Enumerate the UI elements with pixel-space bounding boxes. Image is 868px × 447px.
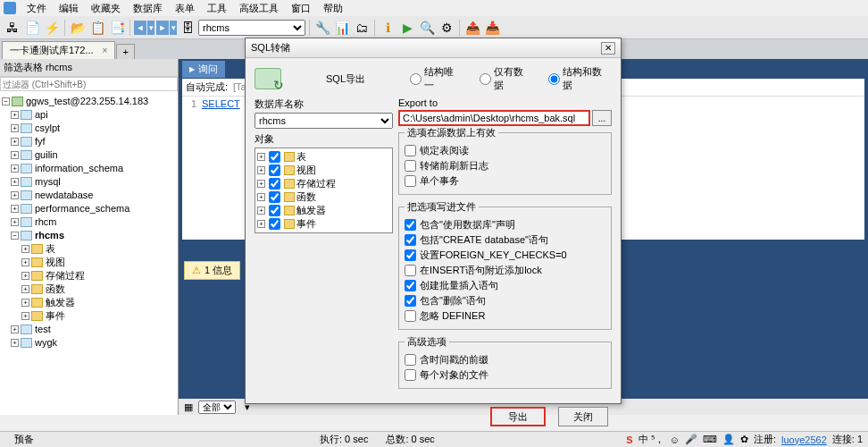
menu-help[interactable]: 帮助 <box>318 1 348 16</box>
filter-input[interactable] <box>0 77 178 91</box>
sql-keyword: SELECT <box>202 98 240 109</box>
app-icon <box>4 2 16 14</box>
close-icon[interactable]: × <box>103 46 108 55</box>
tray-sogou-icon[interactable]: S <box>626 434 632 445</box>
status-total: 总数: 0 sec <box>377 433 443 446</box>
source-options: 选项在源数据上有效 锁定表阅读 转储前刷新日志 单个事务 <box>398 126 612 195</box>
tab-query[interactable]: 询问 <box>182 61 225 78</box>
menu-advtools[interactable]: 高级工具 <box>234 1 284 16</box>
play-icon[interactable]: ▶ <box>398 19 416 37</box>
objects-tree[interactable]: +表 +视图 +存储过程 +函数 +触发器 +事件 <box>255 148 393 233</box>
status-user-link[interactable]: luoye2562 <box>781 434 827 445</box>
sql-export-label: SQL导出 <box>326 72 365 86</box>
status-reg-label: 注册: <box>754 433 776 446</box>
status-ready: 预备 <box>5 433 43 446</box>
statusbar: 预备 执行: 0 sec 总数: 0 sec S 中 ⁵， ☺ 🎤 ⌨ 👤 ✿ … <box>0 431 868 447</box>
sql-dump-dialog: SQL转储 ✕ SQL导出 结构唯一 仅有数据 结构和数据 数据库名称 rhcm… <box>245 38 622 404</box>
sidebar-title: 筛选表格 rhcms <box>0 59 178 77</box>
cfg-icon[interactable]: ⚙ <box>438 19 455 37</box>
execute-icon[interactable]: ⚡ <box>43 19 61 37</box>
open-icon[interactable]: 📂 <box>69 19 87 37</box>
collapse-icon[interactable]: − <box>2 97 10 105</box>
collapse-icon[interactable]: − <box>11 232 19 240</box>
status-conn: 连接: 1 <box>832 433 863 446</box>
menu-window[interactable]: 窗口 <box>286 1 316 16</box>
tool5-icon[interactable]: 📥 <box>483 19 501 37</box>
db-select[interactable]: rhcms <box>255 113 393 129</box>
nav-fwd[interactable]: ►▾ <box>156 21 177 35</box>
browse-button[interactable]: ... <box>592 110 612 126</box>
menu-table[interactable]: 表单 <box>170 1 200 16</box>
tool1-icon[interactable]: 🔧 <box>313 19 331 37</box>
advanced-options: 高级选项 含时间戳的前缀 每个对象的文件 <box>398 335 612 389</box>
server-icon <box>12 97 23 106</box>
tray-gear-icon[interactable]: ✿ <box>740 434 748 445</box>
tool3-icon[interactable]: 🗂 <box>353 19 371 37</box>
menu-tools[interactable]: 工具 <box>202 1 232 16</box>
db-selector[interactable]: rhcms <box>198 20 305 36</box>
folder-icon <box>284 152 295 162</box>
db-name-label: 数据库名称 <box>255 97 393 111</box>
filter-select[interactable]: 全部 <box>198 401 236 414</box>
tray-smile-icon[interactable]: ☺ <box>670 434 680 445</box>
db-icon: 🗄 <box>179 19 196 37</box>
tray-ime-text[interactable]: 中 ⁵， <box>638 433 664 446</box>
new-conn-icon[interactable]: 🖧 <box>4 19 21 37</box>
tool2-icon[interactable]: 📊 <box>333 19 351 37</box>
menubar: 文件 编辑 收藏夹 数据库 表单 工具 高级工具 窗口 帮助 <box>0 0 868 16</box>
db-tree[interactable]: −ggws_test@223.255.14.183 +api +csylpt +… <box>0 91 178 415</box>
help-icon[interactable]: ℹ <box>379 19 396 37</box>
tab-connection[interactable]: 一卡通测试库172...× <box>2 41 115 59</box>
menu-fav[interactable]: 收藏夹 <box>86 1 126 16</box>
nav-back[interactable]: ◄▾ <box>134 21 154 35</box>
status-exec: 执行: 0 sec <box>311 433 377 446</box>
dialog-titlebar[interactable]: SQL转储 ✕ <box>246 38 621 58</box>
database-icon <box>21 231 32 240</box>
sql-export-icon <box>255 68 281 89</box>
export-to-label: Export to <box>398 97 612 108</box>
menu-file[interactable]: 文件 <box>21 1 52 16</box>
copy-icon[interactable]: 📑 <box>108 19 126 37</box>
database-icon <box>21 110 32 120</box>
main-toolbar: 🖧 📄 ⚡ 📂 📋 📑 ◄▾ ►▾ 🗄 rhcms 🔧 📊 🗂 ℹ ▶ 🔍 ⚙ … <box>0 16 868 39</box>
export-button[interactable]: 导出 <box>490 407 546 426</box>
tool4-icon[interactable]: 📤 <box>463 19 481 37</box>
find-icon[interactable]: 🔍 <box>418 19 436 37</box>
objects-label: 对象 <box>255 132 393 146</box>
menu-db[interactable]: 数据库 <box>128 1 168 16</box>
radio-both[interactable]: 结构和数据 <box>548 65 612 92</box>
folder-icon <box>31 244 43 254</box>
tray-kbd-icon[interactable]: ⌨ <box>703 434 717 445</box>
export-path-input[interactable] <box>398 110 590 126</box>
new-query-icon[interactable]: 📄 <box>23 19 41 37</box>
expand-icon[interactable]: + <box>11 111 19 119</box>
grid-icon[interactable]: ▦ <box>184 401 193 413</box>
file-options: 把选项写进文件 包含"使用数据库"声明 包括"CREATE database"语… <box>398 200 612 330</box>
radio-data[interactable]: 仅有数据 <box>480 65 533 92</box>
export-mode-radios: 结构唯一 仅有数据 结构和数据 <box>410 65 612 92</box>
tab-add[interactable]: + <box>116 44 134 59</box>
close-button[interactable]: ✕ <box>601 42 615 55</box>
tray-mic-icon[interactable]: 🎤 <box>685 434 697 445</box>
close-dialog-button[interactable]: 关闭 <box>558 407 608 426</box>
radio-structure[interactable]: 结构唯一 <box>410 65 463 92</box>
sidebar: 筛选表格 rhcms −ggws_test@223.255.14.183 +ap… <box>0 59 179 415</box>
tab-info[interactable]: 1 信息 <box>184 261 240 280</box>
save-icon[interactable]: 📋 <box>88 19 106 37</box>
tray-person-icon[interactable]: 👤 <box>722 434 735 445</box>
autocomplete-label: 自动完成: <box>186 80 228 94</box>
menu-edit[interactable]: 编辑 <box>54 1 84 16</box>
